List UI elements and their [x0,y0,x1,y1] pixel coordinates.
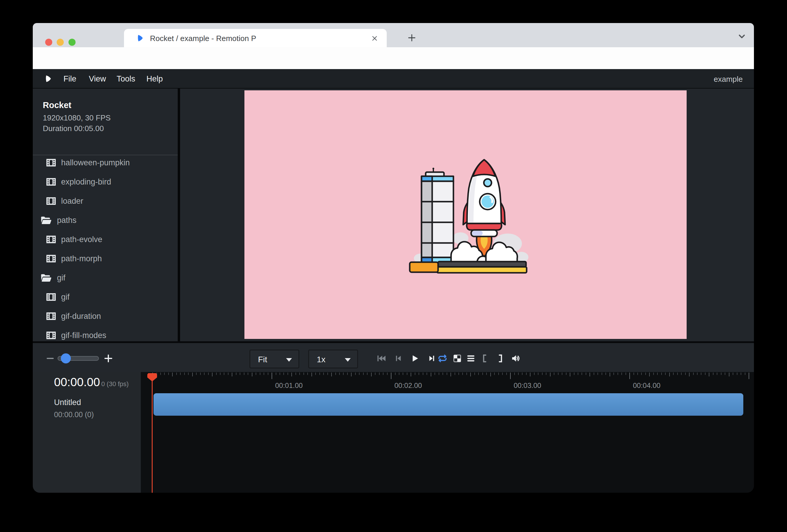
playhead-handle[interactable] [147,373,157,381]
ruler-tick [725,373,725,375]
timeline-clip-bar[interactable] [153,393,743,416]
timeline-rows-button[interactable] [466,354,476,363]
menu-help[interactable]: Help [146,75,163,84]
menu-tools[interactable]: Tools [116,75,135,84]
screenshot-stage: Rocket / example - Remotion P [0,0,787,532]
composition-item[interactable]: gif [33,288,178,307]
ruler-tick [172,373,173,377]
minimize-window-button[interactable] [57,39,64,46]
ruler-tick [331,373,332,377]
ruler-tick [371,373,371,377]
ruler-tick [283,373,284,375]
composition-item[interactable]: path-morph [33,249,178,268]
tab-close-icon[interactable] [371,35,379,42]
skip-to-start-button[interactable] [376,354,386,363]
ruler-tick [669,373,670,377]
film-icon [46,330,56,341]
remotion-logo-icon[interactable] [43,74,52,83]
ruler-tick [634,373,634,375]
zoom-in-button[interactable] [103,354,113,363]
ruler-tick [490,373,491,377]
folder-open-icon [40,215,52,227]
new-tab-button[interactable] [407,33,417,43]
ruler-label: 00:02.00 [395,381,422,390]
canvas-size-select[interactable]: Fit [250,349,299,368]
zoom-slider-knob[interactable] [61,354,71,363]
fullscreen-window-button[interactable] [68,39,76,46]
transparency-checkerboard-button[interactable] [452,354,462,363]
ruler-tick [224,373,225,375]
loop-toggle-button[interactable] [438,354,448,363]
ruler-tick [510,373,511,379]
ruler-tick [339,373,340,375]
menu-file[interactable]: File [63,75,77,84]
menu-view[interactable]: View [89,75,106,84]
ruler-tick [443,373,443,375]
remotion-favicon-icon [135,34,144,43]
ruler-tick [204,373,205,375]
ruler-tick [657,373,658,375]
playhead-line[interactable] [152,373,153,493]
ruler-tick [359,373,360,375]
ruler-tick [184,373,185,375]
timeline-track-area[interactable]: 00:01.00 00:02.00 00:03.00 00:04.00 [143,372,754,493]
ruler-tick [383,373,383,375]
volume-button[interactable] [511,354,521,363]
ruler-tick [363,373,364,375]
folder-item[interactable]: paths [33,211,178,230]
composition-item[interactable]: halloween-pumpkin [33,153,178,172]
ruler-tick [415,373,416,375]
ruler-tick [470,373,471,377]
ruler-tick [566,373,567,375]
ruler-tick [236,373,236,375]
ruler-tick [454,373,455,375]
composition-duration: Duration 00:05.00 [43,124,104,133]
composition-item[interactable]: gif-duration [33,307,178,326]
ruler-tick [248,373,248,375]
ruler-tick [613,373,614,375]
ruler-tick [542,373,543,375]
ruler-tick [431,373,431,377]
ruler-tick [312,373,312,377]
ruler-tick [518,373,519,375]
folder-open-icon [40,272,52,284]
ruler-tick [653,373,654,375]
video-canvas[interactable] [244,90,687,339]
track-name: Untitled [54,398,81,407]
close-window-button[interactable] [45,39,52,46]
main-content: Rocket 1920x1080, 30 FPS Duration 00:05.… [33,89,754,341]
ruler-tick [335,373,336,375]
ruler-tick [514,373,515,375]
in-point-bracket-button[interactable] [480,354,490,363]
previous-frame-button[interactable] [393,354,403,363]
ruler-tick [232,373,232,377]
zoom-out-button[interactable] [47,358,54,359]
ruler-tick [562,373,562,375]
ruler-tick [689,373,689,377]
composition-item[interactable]: path-evolve [33,230,178,249]
composition-item[interactable]: gif-fill-modes [33,326,178,341]
ruler-tick [268,373,268,375]
ruler-tick [597,373,598,375]
playback-speed-select[interactable]: 1x [308,349,358,368]
browser-tab[interactable]: Rocket / example - Remotion P [124,29,387,47]
composition-resolution: 1920x1080, 30 FPS [43,113,111,123]
out-point-bracket-button[interactable] [495,354,505,363]
folder-item[interactable]: gif [33,268,178,288]
ruler-tick [462,373,463,375]
play-button[interactable] [410,354,420,363]
ruler-tick [717,373,717,375]
ruler-tick [168,373,169,375]
tab-title: Rocket / example - Remotion P [150,34,357,43]
ruler-tick [749,373,749,379]
next-frame-button[interactable] [427,354,437,363]
tab-search-chevron-icon[interactable] [737,31,747,42]
ruler-tick [649,373,650,377]
composition-item[interactable]: exploding-bird [33,172,178,192]
ruler-tick [387,373,388,375]
composition-item[interactable]: loader [33,192,178,211]
ruler-tick [439,373,439,375]
timeline-panel: 00:00.00 0 (30 fps) Untitled 00:00.00 (0… [33,372,754,493]
ruler-tick [307,373,308,375]
ruler-label: 00:03.00 [514,381,541,390]
